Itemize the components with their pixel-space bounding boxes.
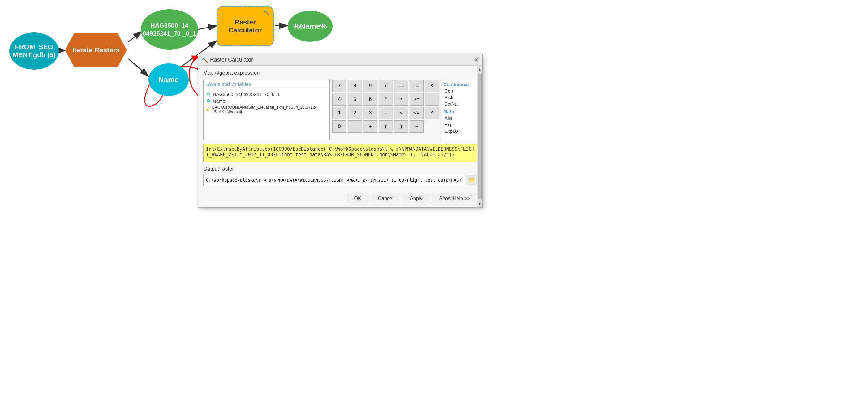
iterate-label: Iterate Rasters bbox=[72, 46, 120, 54]
layer-item-background[interactable]: ◆ BACKGROUND\NMSIM_Elevation_1km_noBuff_… bbox=[206, 104, 328, 115]
calc-btn-1[interactable]: 1 bbox=[332, 107, 346, 119]
layer-name-name: Name bbox=[213, 98, 225, 104]
show-help-button[interactable]: Show Help >> bbox=[432, 193, 477, 204]
from-seg-label: FROM_SEG MENT.gdb (5) bbox=[9, 43, 59, 59]
func-setnull[interactable]: SetNull bbox=[443, 100, 476, 107]
scroll-down-arrow[interactable]: ▼ bbox=[477, 200, 482, 207]
raster-calculator-dialog: 🔨 Raster Calculator ✕ Map Algebra expres… bbox=[198, 54, 483, 208]
calc-btn-5[interactable]: 5 bbox=[348, 93, 362, 105]
calc-btn-gte[interactable]: >= bbox=[409, 93, 424, 105]
calc-btn-gt[interactable]: > bbox=[394, 93, 408, 105]
func-category-math: Math bbox=[443, 108, 476, 115]
node-from-segment: FROM_SEG MENT.gdb (5) bbox=[9, 32, 59, 70]
dialog-title: 🔨 Raster Calculator bbox=[202, 57, 253, 63]
func-abs[interactable]: Abs bbox=[443, 115, 476, 121]
output-row: 📁 bbox=[203, 175, 477, 185]
svg-line-3 bbox=[128, 31, 142, 42]
svg-text:🔨: 🔨 bbox=[263, 9, 270, 16]
layer-item-hag[interactable]: ♻ HAG3500_1404925241_70_0_1 bbox=[206, 91, 328, 97]
cancel-button[interactable]: Cancel bbox=[371, 193, 401, 204]
func-exp[interactable]: Exp bbox=[443, 121, 476, 128]
dialog-close-button[interactable]: ✕ bbox=[474, 57, 479, 63]
map-algebra-label: Map Algebra expression bbox=[203, 70, 477, 76]
calc-btn-8[interactable]: 8 bbox=[348, 80, 362, 92]
dialog-title-icon: 🔨 bbox=[202, 57, 208, 63]
node-hag: HAG3500_14 04925241_70 _0_1 bbox=[141, 9, 198, 50]
calc-btn-rparen[interactable]: ) bbox=[394, 120, 408, 133]
calc-btn-lparen[interactable]: ( bbox=[379, 120, 393, 133]
svg-line-4 bbox=[128, 59, 149, 77]
layer-name-background: BACKGROUND\NMSIM_Elevation_1km_noBuff_20… bbox=[212, 105, 328, 114]
dialog-title-text: Raster Calculator bbox=[210, 57, 253, 63]
node-raster-calculator: 🔨 Raster Calculator bbox=[217, 6, 274, 47]
calc-btn-eq[interactable]: == bbox=[394, 80, 408, 92]
function-panel: Conditional Con Pick SetNull Math Abs Ex… bbox=[442, 80, 477, 140]
calc-btn-9[interactable]: 9 bbox=[363, 80, 377, 92]
calc-row-1: 7 8 9 / == != & bbox=[332, 80, 439, 92]
calc-btn-7[interactable]: 7 bbox=[332, 80, 346, 92]
raster-calc-label: Raster Calculator bbox=[217, 18, 273, 34]
node-iterate-rasters: Iterate Rasters bbox=[65, 33, 127, 67]
func-pick[interactable]: Pick bbox=[443, 94, 476, 100]
calc-row-4: 0 . + ( ) ~ bbox=[332, 120, 439, 133]
calc-btn-tilde[interactable]: ~ bbox=[409, 120, 424, 133]
calc-btn-6[interactable]: 6 bbox=[363, 93, 377, 105]
expression-area[interactable]: Int(ExtractByAttributes(100000/EucDistan… bbox=[203, 144, 477, 162]
name-label: Name bbox=[158, 75, 179, 84]
dialog-titlebar: 🔨 Raster Calculator ✕ bbox=[198, 55, 482, 66]
calc-btn-amp[interactable]: & bbox=[425, 80, 439, 92]
calc-btn-pipe[interactable]: | bbox=[425, 93, 439, 105]
layer-name-hag: HAG3500_1404925241_70_0_1 bbox=[213, 92, 280, 97]
ok-button[interactable]: OK bbox=[347, 193, 368, 204]
calc-btn-caret[interactable]: ^ bbox=[425, 107, 439, 119]
layers-and-calc-container: Layers and variables ♻ HAG3500_140492524… bbox=[203, 80, 477, 140]
calc-row-2: 4 5 6 * > >= | bbox=[332, 93, 439, 105]
calc-btn-minus[interactable]: - bbox=[379, 107, 393, 119]
tool-icon: 🔨 bbox=[263, 9, 270, 17]
node-name: Name bbox=[149, 63, 189, 96]
func-con[interactable]: Con bbox=[443, 88, 476, 94]
map-algebra-section: Map Algebra expression Layers and variab… bbox=[203, 70, 477, 140]
calc-row-3: 1 2 3 - < <= ^ bbox=[332, 107, 439, 119]
diamond-icon-background: ◆ bbox=[206, 107, 210, 112]
func-exp10[interactable]: Exp10 bbox=[443, 128, 476, 134]
calc-btn-multiply[interactable]: * bbox=[379, 93, 393, 105]
layers-panel: Layers and variables ♻ HAG3500_140492524… bbox=[203, 80, 330, 140]
calc-btn-2[interactable]: 2 bbox=[348, 107, 362, 119]
calc-btn-neq[interactable]: != bbox=[409, 80, 424, 92]
scroll-thumb[interactable] bbox=[478, 74, 482, 199]
hag-label: HAG3500_14 04925241_70 _0_1 bbox=[141, 21, 198, 37]
calc-btn-plus[interactable]: + bbox=[363, 120, 377, 133]
output-raster-section: Output raster 📁 bbox=[203, 166, 477, 185]
apply-button[interactable]: Apply bbox=[403, 193, 429, 204]
scroll-up-arrow[interactable]: ▲ bbox=[477, 66, 482, 73]
svg-line-5 bbox=[198, 26, 217, 29]
percent-name-label: %Name% bbox=[293, 22, 327, 31]
raster-icon-hag: ♻ bbox=[206, 91, 211, 97]
calc-btn-lte[interactable]: <= bbox=[409, 107, 424, 119]
layer-item-name[interactable]: ♻ Name bbox=[206, 97, 328, 104]
calc-btn-dot[interactable]: . bbox=[348, 120, 362, 133]
calc-btn-4[interactable]: 4 bbox=[332, 93, 346, 105]
raster-icon-name: ♻ bbox=[206, 98, 211, 104]
dialog-scrollbar[interactable]: ▲ ▼ bbox=[477, 66, 482, 207]
dialog-body: Map Algebra expression Layers and variab… bbox=[198, 66, 482, 190]
func-category-conditional: Conditional bbox=[443, 81, 476, 88]
layers-title: Layers and variables bbox=[206, 82, 328, 89]
calc-btn-0[interactable]: 0 bbox=[332, 120, 346, 133]
canvas: ♻ FROM_SEG MENT.gdb (5) Iterate Rasters … bbox=[0, 0, 868, 393]
output-raster-label: Output raster bbox=[203, 166, 477, 172]
dialog-footer: OK Cancel Apply Show Help >> bbox=[198, 190, 482, 207]
calc-btn-lt[interactable]: < bbox=[394, 107, 408, 119]
calc-btn-divide[interactable]: / bbox=[379, 80, 393, 92]
calculator-panel: 7 8 9 / == != & 4 bbox=[332, 80, 439, 140]
output-folder-button[interactable]: 📁 bbox=[466, 175, 477, 185]
calc-btn-3[interactable]: 3 bbox=[363, 107, 377, 119]
output-raster-input[interactable] bbox=[203, 175, 465, 185]
node-percent-name: %Name% bbox=[288, 11, 333, 42]
